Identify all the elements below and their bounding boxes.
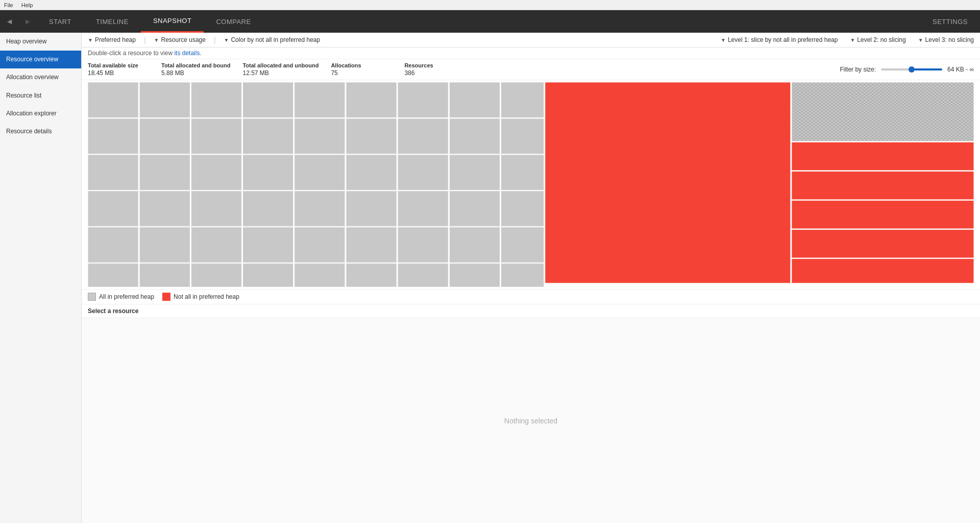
svg-rect-60 xyxy=(792,171,974,200)
size-slider-track[interactable] xyxy=(881,68,942,70)
svg-rect-34 xyxy=(295,191,345,226)
help-menu[interactable]: Help xyxy=(21,2,33,8)
total-allocated-unbound-label: Total allocated and unbound xyxy=(242,62,318,68)
level2-chevron: ▼ xyxy=(850,37,855,43)
svg-rect-56 xyxy=(501,264,544,287)
resource-usage-label: Resource usage xyxy=(161,36,206,43)
sidebar: Heap overview Resource overview Allocati… xyxy=(0,33,82,523)
svg-rect-19 xyxy=(449,118,500,154)
svg-rect-40 xyxy=(139,227,190,263)
svg-rect-8 xyxy=(346,82,397,117)
tab-snapshot[interactable]: SNAPSHOT xyxy=(141,10,204,33)
svg-rect-15 xyxy=(243,118,293,154)
total-allocated-unbound-col: Total allocated and unbound 12.57 MB xyxy=(242,62,318,77)
level2-label: Level 2: no slicing xyxy=(857,36,905,43)
file-menu[interactable]: File xyxy=(4,2,13,8)
svg-rect-13 xyxy=(139,118,190,154)
infobar-text: Double-click a resource to view its deta… xyxy=(88,50,202,57)
sidebar-item-resource-list[interactable]: Resource list xyxy=(0,87,81,105)
total-allocated-unbound-value: 12.57 MB xyxy=(242,69,318,77)
svg-rect-43 xyxy=(295,227,345,263)
level1-filter[interactable]: ▼ Level 1: slice by not all in preferred… xyxy=(721,36,838,43)
svg-rect-46 xyxy=(449,227,500,263)
sidebar-item-allocation-explorer[interactable]: Allocation explorer xyxy=(0,105,81,123)
infobar-link[interactable]: its details xyxy=(174,50,200,57)
svg-rect-18 xyxy=(398,118,448,154)
resource-usage-filter[interactable]: ▼ Resource usage xyxy=(154,36,206,43)
total-available-size-label: Total available size xyxy=(88,62,149,68)
svg-rect-41 xyxy=(191,227,241,263)
forward-button[interactable]: ▶ xyxy=(18,10,37,33)
svg-rect-39 xyxy=(88,227,138,263)
select-resource-label: Select a resource xyxy=(88,307,138,315)
main-layout: Heap overview Resource overview Allocati… xyxy=(0,33,980,523)
color-by-chevron: ▼ xyxy=(224,37,229,43)
svg-rect-49 xyxy=(139,264,190,287)
svg-rect-37 xyxy=(449,191,500,226)
svg-rect-21 xyxy=(88,155,138,190)
svg-rect-29 xyxy=(501,155,544,190)
svg-rect-58 xyxy=(792,82,974,141)
filter-size-label: Filter by size: xyxy=(840,66,876,73)
level1-label: Level 1: slice by not all in preferred h… xyxy=(728,36,838,43)
svg-rect-6 xyxy=(243,82,293,117)
resource-usage-chevron: ▼ xyxy=(154,37,159,43)
preferred-heap-chevron: ▼ xyxy=(88,37,93,43)
svg-rect-20 xyxy=(501,118,544,154)
sidebar-item-resource-overview[interactable]: Resource overview xyxy=(0,51,81,68)
svg-rect-5 xyxy=(191,82,241,117)
resources-value: 386 xyxy=(404,69,465,77)
treemap-svg[interactable] xyxy=(88,82,974,287)
preferred-heap-filter[interactable]: ▼ Preferred heap xyxy=(88,36,136,43)
size-slider-thumb[interactable] xyxy=(909,66,915,73)
legend-not-preferred-label: Not all in preferred heap xyxy=(174,293,239,300)
color-by-label: Color by not all in preferred heap xyxy=(231,36,320,43)
svg-rect-52 xyxy=(295,264,345,287)
svg-rect-59 xyxy=(792,142,974,171)
tab-timeline[interactable]: TIMELINE xyxy=(84,10,141,33)
settings-button[interactable]: SETTINGS xyxy=(920,10,980,33)
size-range-label: 64 KB - ∞ xyxy=(947,66,974,73)
svg-rect-54 xyxy=(398,264,448,287)
svg-rect-9 xyxy=(398,82,448,117)
svg-rect-31 xyxy=(139,191,190,226)
tab-start[interactable]: START xyxy=(37,10,84,33)
resources-label: Resources xyxy=(404,62,465,68)
select-resource-bar: Select a resource xyxy=(82,304,980,318)
svg-rect-32 xyxy=(191,191,241,226)
svg-rect-14 xyxy=(191,118,241,154)
divider1: | xyxy=(144,36,146,44)
svg-rect-28 xyxy=(449,155,500,190)
treemap-wrapper[interactable] xyxy=(82,80,980,289)
svg-rect-42 xyxy=(243,227,293,263)
level3-filter[interactable]: ▼ Level 3: no slicing xyxy=(918,36,974,43)
svg-rect-48 xyxy=(88,264,138,287)
svg-rect-61 xyxy=(792,200,974,229)
size-slider-fill xyxy=(912,68,942,70)
titlebar: File Help xyxy=(0,0,980,10)
legend: All in preferred heap Not all in preferr… xyxy=(82,289,980,304)
stats-row: Total available size 18.45 MB Total allo… xyxy=(82,59,980,80)
back-button[interactable]: ◀ xyxy=(0,10,18,33)
level1-chevron: ▼ xyxy=(721,37,726,43)
content-area: ▼ Preferred heap | ▼ Resource usage | ▼ … xyxy=(82,33,980,523)
svg-rect-27 xyxy=(398,155,448,190)
tab-compare[interactable]: COMPARE xyxy=(204,10,263,33)
legend-preferred: All in preferred heap xyxy=(88,293,154,301)
svg-rect-26 xyxy=(346,155,397,190)
svg-rect-45 xyxy=(398,227,448,263)
svg-rect-3 xyxy=(88,82,138,117)
sidebar-item-heap-overview[interactable]: Heap overview xyxy=(0,33,81,51)
sidebar-item-resource-details[interactable]: Resource details xyxy=(0,123,81,140)
svg-rect-11 xyxy=(501,82,544,117)
svg-rect-35 xyxy=(346,191,397,226)
svg-rect-30 xyxy=(88,191,138,226)
sidebar-item-allocation-overview[interactable]: Allocation overview xyxy=(0,68,81,86)
color-by-filter[interactable]: ▼ Color by not all in preferred heap xyxy=(224,36,321,43)
svg-rect-16 xyxy=(295,118,345,154)
svg-rect-12 xyxy=(88,118,138,154)
nothing-selected-area: Nothing selected xyxy=(82,318,980,523)
svg-rect-4 xyxy=(139,82,190,117)
level2-filter[interactable]: ▼ Level 2: no slicing xyxy=(850,36,905,43)
legend-preferred-box xyxy=(88,293,96,301)
